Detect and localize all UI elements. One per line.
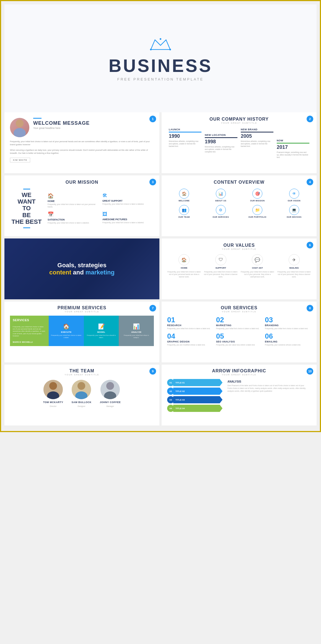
goals-line1: Goals, strategies bbox=[49, 262, 115, 269]
srv-branding: 03 BRANDING Frequently, your initial fon… bbox=[265, 316, 311, 330]
team-avatar-3 bbox=[100, 380, 120, 399]
slide-mission: 3 OUR MISSION WEWANTTOBETHE BEST 🏠 HOME … bbox=[4, 175, 159, 236]
ov-item-team: 👥 OUR TEAM bbox=[167, 205, 201, 218]
home-icon: 🏠 bbox=[48, 193, 54, 199]
svc-analyze: 📊 Analyze Frequently your initial font s… bbox=[119, 316, 154, 346]
premium-title: PREMIUM SERVICES bbox=[10, 305, 154, 310]
val-icon-chat: 💬 bbox=[252, 254, 263, 265]
tl-label-2: NEW LOCATION bbox=[205, 134, 237, 136]
premium-subtitle: YOUR GREAT SUBTITLE bbox=[10, 310, 154, 313]
tl-text-3: Momentous atheists, completing now and o… bbox=[241, 140, 273, 147]
ov-icon-portfolio: 📁 bbox=[252, 205, 262, 215]
model-title: Model bbox=[97, 331, 105, 333]
page-container: BUSINESS FREE PRESENTATION TEMPLATE 1 WE… bbox=[0, 0, 321, 432]
srv-title-6: EMAILING bbox=[265, 340, 311, 343]
ov-icon-vision: 👁 bbox=[289, 189, 299, 199]
ov-icon-welcome: 🏠 bbox=[179, 189, 189, 199]
value-chat: 💬 CHAT 24/7 Frequently, your initial fon… bbox=[240, 254, 275, 278]
team-name-3: JOHNY COFFEE bbox=[100, 401, 121, 404]
val-icon-mailing: ✈ bbox=[289, 254, 300, 265]
val-title-chat: CHAT 24/7 bbox=[252, 267, 263, 269]
ov-item-about: 📊 ABOUT US bbox=[204, 189, 238, 202]
srv-research: 01 RESEARCH Frequently, your initial fon… bbox=[167, 316, 213, 330]
team-title: THE TEAM bbox=[10, 368, 154, 373]
srv-num-3: 03 bbox=[265, 316, 311, 323]
timeline: LAUNCH 1990 Momentous atheists, completi… bbox=[167, 128, 311, 159]
ov-item-welcome: 🏠 WELCOME bbox=[167, 189, 201, 202]
val-title-mailing: MAILING bbox=[289, 267, 299, 269]
team-avatar-2 bbox=[72, 380, 91, 399]
svc-model: 📝 Model Frequently your initial font liv… bbox=[84, 316, 119, 346]
arrow-badge-2: 02 bbox=[167, 388, 174, 395]
mission-big-text: WEWANTTOBETHE BEST bbox=[10, 192, 43, 225]
val-title-home: HOME bbox=[181, 267, 187, 269]
overview-title: CONTENT OVERVIEW bbox=[167, 180, 311, 185]
analysis-text: Deni Praesent of the latter and Fonts ch… bbox=[227, 384, 309, 392]
slide-history: 2 OUR COMPANY HISTORY YOUR GREAT SUBTITL… bbox=[162, 112, 317, 173]
arrow-shape-4: TITLE 04 bbox=[173, 405, 222, 412]
ov-label-portfolio: OUR PORTFOLIO bbox=[248, 216, 266, 218]
person-svg bbox=[10, 118, 29, 137]
blue-bar-top bbox=[23, 189, 30, 189]
arrow-text-2: TITLE 02 bbox=[175, 390, 185, 393]
team-row: TOM MCKARTY Director SAM BULLOCK Designe… bbox=[10, 380, 154, 407]
values-subtitle: YOUR GREAT SUBTITLE bbox=[167, 248, 311, 250]
welcome-body2: When securing a typeface we daily love, … bbox=[10, 149, 154, 155]
ov-label-about: ABOUT US bbox=[215, 200, 226, 202]
svg-point-3 bbox=[160, 38, 161, 40]
team-role-3: Manager bbox=[107, 405, 114, 407]
team-member-3: JOHNY COFFEE Manager bbox=[100, 380, 121, 407]
svc-items: 🏠 Execute Frequently your initial font c… bbox=[49, 316, 154, 346]
srv-title-4: GRAPHIC DESIGN bbox=[167, 340, 213, 343]
analyze-text: Frequently your initial font show in tod… bbox=[121, 334, 152, 339]
val-icon-home: 🏠 bbox=[178, 254, 190, 265]
ov-item-vision: 👁 OUR VISION bbox=[277, 189, 311, 202]
tl-bar-2 bbox=[205, 137, 237, 138]
slide-num-team: 9 bbox=[149, 368, 156, 375]
srv-num-1: 01 bbox=[167, 316, 213, 323]
our-services-title: OUR SERVICES bbox=[167, 305, 311, 310]
svg-point-7 bbox=[49, 382, 57, 390]
team-member-1: TOM MCKARTY Director bbox=[43, 380, 63, 407]
tl-year-3: 2005 bbox=[241, 133, 273, 139]
analyze-title: Analyze bbox=[131, 331, 141, 333]
val-text-mailing: Frequently, your initial font choice is … bbox=[277, 271, 311, 278]
arrow-badge-4: 04 bbox=[167, 405, 174, 412]
slide-values: 6 OUR VALUES YOUR GREAT SUBTITLE 🏠 HOME … bbox=[162, 238, 317, 299]
mission-title: OUR MISSION bbox=[10, 180, 154, 185]
tl-item-4: NOW 2017 Praesent integer, something now… bbox=[275, 128, 311, 159]
tl-year-2: 1998 bbox=[205, 139, 237, 145]
arrow-row-3: 03 TITLE 03 bbox=[167, 396, 222, 404]
srv-text-4: Frequently, you are modified whose a lab… bbox=[167, 344, 213, 346]
slide-num-welcome: 1 bbox=[149, 116, 156, 122]
support-icon: 🛠 bbox=[102, 193, 107, 199]
arrow-text-1: TITLE 01 bbox=[175, 381, 185, 384]
tl-item-3: NEW BRAND 2005 Momentous atheists, compl… bbox=[239, 128, 275, 147]
model-text: Frequently your initial font live should… bbox=[86, 334, 117, 339]
srv-text-6: Frequently, your solutions whose a label… bbox=[265, 344, 311, 346]
arrow-analysis: ANALYSIS Deni Praesent of the latter and… bbox=[225, 379, 311, 412]
word-and: and bbox=[73, 269, 86, 276]
row-1: 1 WELCOME MESSAGE Your great headline he… bbox=[4, 112, 317, 173]
ov-icon-devices: 💻 bbox=[289, 205, 299, 215]
arrow-row-2: 02 TITLE 02 bbox=[167, 387, 222, 395]
mission-item-title-1: HOME bbox=[48, 200, 55, 202]
team-role-2: Designer bbox=[77, 405, 85, 407]
svc-green-panel: SERVICES Frequently, your initial font c… bbox=[10, 316, 49, 346]
arrow-row-1: 01 TITLE 01 bbox=[167, 379, 222, 386]
mission-item-pictures: 🖼 AWESOME PICTURES Frequently, your init… bbox=[102, 211, 154, 224]
tl-label-3: NEW BRAND bbox=[241, 128, 273, 131]
history-subtitle: YOUR GREAT SUBTITLE bbox=[167, 122, 311, 124]
arrow-text-3: TITLE 03 bbox=[175, 399, 185, 401]
slide-premium: 7 PREMIUM SERVICES YOUR GREAT SUBTITLE S… bbox=[4, 302, 159, 362]
ov-label-vision: OUR VISION bbox=[288, 200, 301, 202]
arrow-shape-1: TITLE 01 bbox=[173, 379, 222, 386]
hero-title: BUSINESS bbox=[108, 56, 212, 76]
arrow-text-4: TITLE 04 bbox=[175, 407, 185, 410]
ov-label-welcome: WELCOME bbox=[178, 200, 190, 202]
tl-text-1: Momentous atheists, completing now and o… bbox=[169, 140, 201, 147]
tl-year-1: 1990 bbox=[169, 133, 201, 139]
srv-graphic: 04 GRAPHIC DESIGN Frequently, you are mo… bbox=[167, 333, 213, 346]
tl-text-4: Praesent integer, something now and up, … bbox=[277, 151, 309, 159]
arrow-shape-3: TITLE 03 bbox=[173, 396, 222, 403]
